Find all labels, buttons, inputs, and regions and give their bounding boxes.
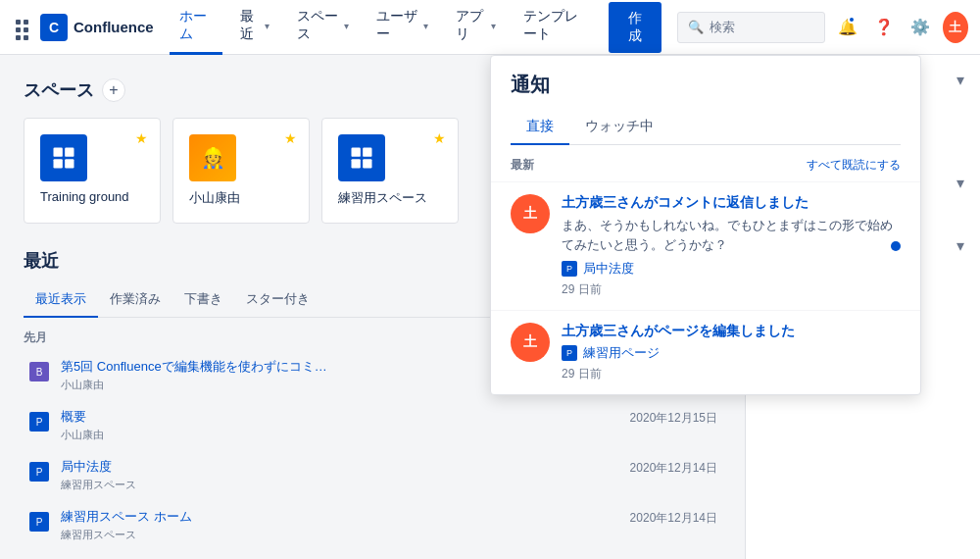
page-icon-3: P	[27, 460, 51, 483]
space-card-oyama[interactable]: 👷 ★ 小山康由	[172, 118, 310, 224]
notification-tabs: 直接 ウォッチ中	[511, 110, 901, 145]
notif-item-body-1: まあ、そうかもしれないね。でもひとまずはこの形で始めてみたいと思う。どうかな？	[562, 216, 901, 254]
nav-home[interactable]: ホーム	[170, 0, 222, 55]
recent-item-info-2: 概要 小山康由	[61, 408, 620, 442]
nav-users-arrow: ▾	[423, 21, 428, 31]
search-icon: 🔍	[688, 20, 704, 34]
notif-link-text-2: 練習用ページ	[583, 344, 660, 362]
notification-panel: 通知 直接 ウォッチ中 最新 すべて既読にする 土 土方歳三さんがコメントに返信…	[490, 55, 921, 395]
space-star-oyama: ★	[284, 130, 297, 146]
nav-recent[interactable]: 最近 ▾	[230, 0, 279, 55]
nav-recent-label: 最近	[240, 8, 261, 43]
recent-item-date-2: 2020年12月15日	[630, 408, 717, 427]
notification-header: 通知 直接 ウォッチ中	[491, 56, 920, 145]
nav-apps[interactable]: アプリ ▾	[446, 0, 507, 55]
space-card-training[interactable]: ★ Training ground	[24, 118, 161, 224]
page-icon-4: P	[27, 510, 51, 534]
blog-icon: B	[27, 360, 51, 383]
notification-item-1[interactable]: 土 土方歳三さんがコメントに返信しました まあ、そうかもしれないね。でもひとまず…	[491, 181, 920, 310]
confluence-logo[interactable]: C Confluence	[40, 14, 154, 41]
recent-item-title-1: 第5回 Confluenceで編集機能を使わずにコミュニケーション...	[61, 358, 335, 376]
svg-rect-0	[54, 148, 63, 157]
notif-item-title-1: 土方歳三さんがコメントに返信しました	[562, 194, 901, 212]
list-item[interactable]: P 概要 小山康由 2020年12月15日	[24, 400, 721, 450]
notif-tab-watching[interactable]: ウォッチ中	[569, 110, 669, 145]
create-button[interactable]: 作成	[609, 2, 662, 53]
add-space-button[interactable]: +	[102, 78, 125, 102]
svg-rect-2	[54, 159, 63, 168]
page-icon-inner-2: P	[29, 412, 49, 432]
recent-item-date-4: 2020年12月14日	[630, 508, 717, 527]
notification-section-label: 最新	[511, 157, 534, 174]
nav-spaces[interactable]: スペース ▾	[287, 0, 359, 55]
svg-rect-7	[363, 159, 371, 168]
notif-link-page-icon-1: P	[562, 261, 577, 277]
page-icon-inner-3: P	[29, 462, 49, 482]
notif-link-page-icon-2: P	[562, 345, 577, 361]
mark-all-read-link[interactable]: すべて既読にする	[807, 157, 901, 174]
notifications-button[interactable]: 🔔	[833, 10, 861, 45]
recent-item-meta-3: 練習用スペース	[61, 478, 620, 492]
space-name-practice: 練習用スペース	[338, 189, 442, 207]
confluence-logo-text: Confluence	[74, 19, 154, 35]
notif-item-title-2: 土方歳三さんがページを編集しました	[562, 323, 901, 340]
space-name-training: Training ground	[40, 189, 144, 204]
notif-item-link-1[interactable]: P 局中法度	[562, 260, 901, 278]
list-item[interactable]: P 練習用ページ 練習用スペース 2020年12月14日	[24, 550, 721, 559]
svg-rect-3	[65, 159, 74, 168]
tab-worked-on[interactable]: 作業済み	[98, 282, 172, 318]
notification-unread-dot	[891, 241, 901, 251]
recent-item-info-3: 局中法度 練習用スペース	[61, 458, 620, 492]
tab-recent-view[interactable]: 最近表示	[24, 282, 98, 318]
recent-item-title-2: 概要	[61, 408, 335, 426]
page-icon-inner-4: P	[29, 512, 49, 532]
search-box[interactable]: 🔍 検索	[677, 12, 825, 43]
list-item[interactable]: P 練習用スペース ホーム 練習用スペース 2020年12月14日	[24, 500, 721, 550]
notif-link-text-1: 局中法度	[583, 260, 634, 278]
tab-draft[interactable]: 下書き	[172, 282, 234, 318]
notif-item-link-2[interactable]: P 練習用ページ	[562, 344, 901, 362]
nav-home-label: ホーム	[179, 8, 213, 43]
notification-section-header: 最新 すべて既読にする	[491, 145, 920, 181]
notif-avatar-2: 土	[511, 323, 550, 362]
notification-item-2[interactable]: 土 土方歳三さんがページを編集しました P 練習用ページ 29 日前	[491, 310, 920, 394]
spaces-title: スペース	[24, 78, 94, 102]
user-avatar-nav[interactable]: 土	[943, 12, 968, 43]
notification-body: 最新 すべて既読にする 土 土方歳三さんがコメントに返信しました まあ、そうかも…	[491, 145, 920, 394]
confluence-logo-icon: C	[40, 14, 68, 41]
nav-apps-arrow: ▾	[491, 21, 496, 31]
page-icon-2: P	[27, 410, 51, 433]
nav-spaces-label: スペース	[297, 8, 340, 43]
search-placeholder: 検索	[710, 19, 735, 36]
nav-templates[interactable]: テンプレート	[514, 0, 600, 55]
svg-rect-1	[65, 148, 74, 157]
notification-dot	[848, 16, 856, 24]
notif-tab-direct[interactable]: 直接	[511, 110, 569, 145]
recent-item-info-4: 練習用スペース ホーム 練習用スペース	[61, 508, 620, 542]
grid-menu-icon[interactable]	[12, 16, 32, 39]
space-icon-practice	[338, 134, 385, 181]
space-card-practice[interactable]: ★ 練習用スペース	[321, 118, 459, 224]
recent-item-meta-4: 練習用スペース	[61, 528, 620, 542]
notification-title: 通知	[511, 72, 901, 98]
recent-item-title-4: 練習用スペース ホーム	[61, 508, 335, 526]
notif-item-content-1: 土方歳三さんがコメントに返信しました まあ、そうかもしれないね。でもひとまずはこ…	[562, 194, 901, 298]
notif-avatar-1: 土	[511, 194, 550, 233]
help-button[interactable]: ❓	[869, 10, 898, 45]
nav-users[interactable]: ユーザー ▾	[367, 0, 438, 55]
nav-spaces-arrow: ▾	[344, 21, 349, 31]
list-item[interactable]: P 局中法度 練習用スペース 2020年12月14日	[24, 450, 721, 500]
svg-rect-5	[363, 148, 371, 157]
nav-apps-label: アプリ	[456, 8, 488, 43]
recent-item-date-3: 2020年12月14日	[630, 458, 717, 477]
settings-button[interactable]: ⚙️	[906, 10, 935, 45]
nav-users-label: ユーザー	[376, 8, 419, 43]
tab-starred[interactable]: スター付き	[234, 282, 321, 318]
nav-templates-label: テンプレート	[523, 8, 590, 43]
navbar: C Confluence ホーム 最近 ▾ スペース ▾ ユーザー ▾ アプリ …	[0, 0, 980, 55]
notif-item-content-2: 土方歳三さんがページを編集しました P 練習用ページ 29 日前	[562, 323, 901, 382]
space-star-practice: ★	[433, 130, 446, 146]
recent-item-meta-2: 小山康由	[61, 428, 620, 442]
space-name-oyama: 小山康由	[189, 189, 293, 207]
nav-recent-arrow: ▾	[265, 21, 270, 31]
